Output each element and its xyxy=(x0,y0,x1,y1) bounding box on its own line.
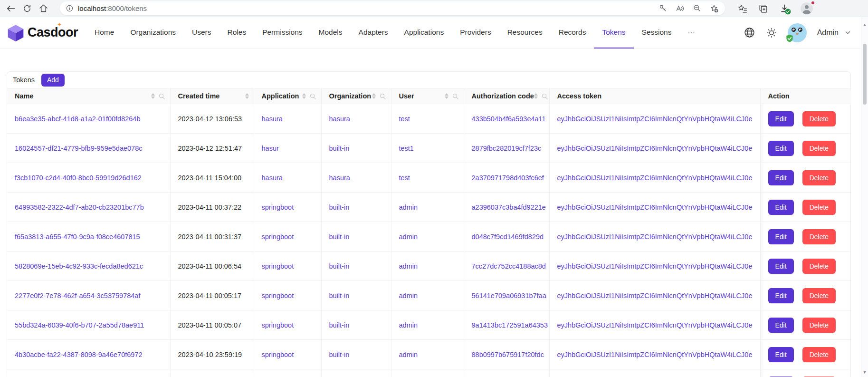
token-name-link[interactable]: f65a3813-a655-47f0-9c9a-f08ce4607815 xyxy=(15,233,140,241)
application-link[interactable]: springboot xyxy=(262,351,294,358)
nav-item[interactable]: Users xyxy=(184,17,219,48)
user-link[interactable]: admin xyxy=(399,233,418,241)
scrollbar-thumb[interactable] xyxy=(863,44,867,105)
access-token-link[interactable]: eyJhbGciOiJSUzI1NiIsImtpZCI6ImNlcnQtYnVp… xyxy=(557,174,753,182)
column-header[interactable]: Access token xyxy=(549,88,760,104)
application-link[interactable]: hasura xyxy=(262,115,283,123)
user-link[interactable]: test xyxy=(399,115,410,123)
token-name-link[interactable]: b6ea3e35-abcf-41d8-a1a2-01f00fd8264b xyxy=(15,115,140,123)
nav-item[interactable]: Tokens xyxy=(594,17,633,48)
user-link[interactable]: admin xyxy=(399,292,418,300)
chevron-down-icon[interactable] xyxy=(844,29,851,36)
profile-avatar[interactable] xyxy=(800,2,813,15)
authorization-code-link[interactable]: 88b0997b675917f20fdc xyxy=(472,351,544,358)
column-header[interactable]: User xyxy=(391,88,464,104)
organization-link[interactable]: built-in xyxy=(329,233,350,241)
edit-button[interactable]: Edit xyxy=(768,229,794,244)
application-link[interactable]: springboot xyxy=(262,233,294,241)
access-token-link[interactable]: eyJhbGciOiJSUzI1NiIsImtpZCI6ImNlcnQtYnVp… xyxy=(557,233,753,241)
delete-button[interactable]: Delete xyxy=(802,318,836,333)
column-header[interactable]: Action xyxy=(760,88,851,104)
access-token-link[interactable]: eyJhbGciOiJSUzI1NiIsImtpZCI6ImNlcnQtYnVp… xyxy=(557,321,753,329)
token-name-link[interactable]: 55bd324a-6039-40f6-b707-2a55d78ae911 xyxy=(15,321,144,329)
nav-item[interactable]: Providers xyxy=(452,17,499,48)
delete-button[interactable]: Delete xyxy=(802,200,836,215)
downloads-icon[interactable] xyxy=(779,3,790,14)
token-name-link[interactable]: 5828069e-15eb-4c92-933c-fecda8ed621c xyxy=(15,262,143,270)
search-icon[interactable] xyxy=(309,93,316,100)
back-icon[interactable] xyxy=(3,1,19,16)
sort-icon[interactable] xyxy=(245,93,249,99)
scroll-up-icon[interactable]: ▲ xyxy=(861,21,868,29)
add-button[interactable]: Add xyxy=(41,74,65,87)
organization-link[interactable]: built-in xyxy=(329,351,350,358)
brand-logo[interactable]: Casdoor✦ xyxy=(7,24,78,42)
user-link[interactable]: admin xyxy=(399,351,418,358)
user-name[interactable]: Admin xyxy=(817,29,839,37)
user-avatar[interactable] xyxy=(788,23,807,42)
nav-item[interactable]: Resources xyxy=(499,17,551,48)
edit-button[interactable]: Edit xyxy=(768,111,794,126)
organization-link[interactable]: built-in xyxy=(329,203,350,211)
access-token-link[interactable]: eyJhbGciOiJSUzI1NiIsImtpZCI6ImNlcnQtYnVp… xyxy=(557,203,753,211)
token-name-link[interactable]: 64993582-2322-4df7-ab20-cb23201bc77b xyxy=(15,203,144,211)
zoom-out-icon[interactable] xyxy=(690,2,704,15)
scrollbar[interactable]: ▲ ▼ xyxy=(861,17,868,377)
authorization-code-link[interactable]: d048c7f9cd1469fd829d xyxy=(472,233,544,241)
sort-icon[interactable] xyxy=(151,93,155,99)
authorization-code-link[interactable]: 2879fbc282019cf7f23c xyxy=(472,145,542,152)
home-icon[interactable] xyxy=(35,1,51,16)
organization-link[interactable]: built-in xyxy=(329,292,350,300)
delete-button[interactable]: Delete xyxy=(802,111,836,126)
favorites-bar-icon[interactable] xyxy=(737,3,748,14)
sort-icon[interactable] xyxy=(372,93,376,99)
edit-button[interactable]: Edit xyxy=(768,347,794,362)
column-header[interactable]: Organization xyxy=(321,88,391,104)
application-link[interactable]: springboot xyxy=(262,321,294,329)
refresh-icon[interactable] xyxy=(19,1,35,16)
organization-link[interactable]: built-in xyxy=(329,262,350,270)
organization-link[interactable]: hasura xyxy=(329,174,350,182)
nav-item[interactable]: Sessions xyxy=(634,17,680,48)
url-text[interactable]: localhost:8000/tokens xyxy=(78,4,656,12)
search-icon[interactable] xyxy=(379,93,386,100)
application-link[interactable]: hasura xyxy=(262,174,283,182)
nav-item[interactable]: Home xyxy=(86,17,122,48)
application-link[interactable]: springboot xyxy=(262,292,294,300)
token-name-link[interactable]: 2277e0f2-7e78-462f-a654-3c53759784af xyxy=(15,292,140,300)
authorization-code-link[interactable]: 9a1413bc172591a64353 xyxy=(472,321,548,329)
delete-button[interactable]: Delete xyxy=(802,259,836,274)
column-header[interactable]: Created time xyxy=(170,88,254,104)
edit-button[interactable]: Edit xyxy=(768,318,794,333)
column-header[interactable]: Name xyxy=(7,88,170,104)
edit-button[interactable]: Edit xyxy=(768,170,794,185)
sort-icon[interactable] xyxy=(302,93,306,99)
access-token-link[interactable]: eyJhbGciOiJSUzI1NiIsImtpZCI6ImNlcnQtYnVp… xyxy=(557,262,753,270)
token-name-link[interactable]: 16024557-df21-4779-bfb9-959e5dae078c xyxy=(15,145,142,152)
application-link[interactable]: springboot xyxy=(262,262,294,270)
language-globe-icon[interactable] xyxy=(744,27,755,39)
password-key-icon[interactable] xyxy=(656,2,670,15)
nav-item[interactable]: Permissions xyxy=(254,17,310,48)
nav-item[interactable]: Adapters xyxy=(351,17,396,48)
theme-sun-icon[interactable] xyxy=(766,27,777,39)
authorization-code-link[interactable]: 433b504b4f6a593e4a11 xyxy=(472,115,546,123)
nav-item[interactable]: Applications xyxy=(396,17,452,48)
nav-item[interactable]: Roles xyxy=(219,17,255,48)
organization-link[interactable]: built-in xyxy=(329,145,350,152)
delete-button[interactable]: Delete xyxy=(802,170,836,185)
access-token-link[interactable]: eyJhbGciOiJSUzI1NiIsImtpZCI6ImNlcnQtYnVp… xyxy=(557,351,753,358)
organization-link[interactable]: hasura xyxy=(329,115,350,123)
read-aloud-icon[interactable] xyxy=(673,2,687,15)
access-token-link[interactable]: eyJhbGciOiJSUzI1NiIsImtpZCI6ImNlcnQtYnVp… xyxy=(557,115,753,123)
user-link[interactable]: test1 xyxy=(399,145,414,152)
search-icon[interactable] xyxy=(541,93,548,100)
sort-icon[interactable] xyxy=(445,93,448,99)
scroll-down-icon[interactable]: ▼ xyxy=(861,368,868,376)
application-link[interactable]: hasur xyxy=(262,145,279,152)
application-link[interactable]: springboot xyxy=(262,203,294,211)
authorization-code-link[interactable]: 7cc27dc752cc4188ac8d xyxy=(472,262,546,270)
authorization-code-link[interactable]: a2396037c3ba4fd9221e xyxy=(472,203,546,211)
delete-button[interactable]: Delete xyxy=(802,347,836,362)
user-link[interactable]: admin xyxy=(399,321,418,329)
